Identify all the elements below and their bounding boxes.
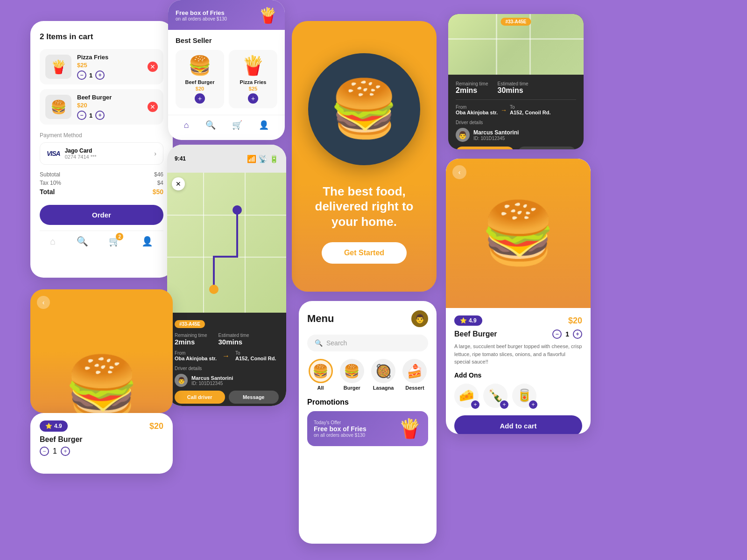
product-body: ⭐ 4.9 $20 Beef Burger − 1 + A large, suc…: [446, 308, 591, 434]
food-1-emoji: 🍔: [180, 55, 219, 77]
route-from-block: From Oba Akinjoba str.: [456, 105, 498, 115]
payment-chevron-icon: ›: [154, 150, 156, 157]
cart-item-1-image: 🍟: [45, 55, 71, 79]
nav-search-icon[interactable]: 🔍: [77, 236, 88, 247]
burger-decrement-btn[interactable]: −: [40, 447, 49, 456]
driver-id: ID: 101D12345: [473, 136, 519, 141]
promo-inner-title: Free box of Fries: [314, 425, 366, 433]
remaining-time-block: Remaining time 2mins: [456, 81, 488, 95]
bs-nav-cart-icon[interactable]: 🛒: [232, 120, 242, 130]
nav-home-icon[interactable]: ⌂: [50, 236, 56, 247]
food-2-add-btn[interactable]: +: [248, 93, 258, 104]
addon-1: 🧀 +: [454, 384, 479, 408]
addons-row: 🧀 + 🍾 + 🥫 +: [454, 384, 582, 408]
promo-title: Free box of Fries: [176, 9, 227, 16]
payment-label: Payment Method: [40, 132, 163, 139]
addon-1-add-btn[interactable]: +: [471, 400, 479, 409]
product-qty-value: 1: [565, 330, 569, 338]
burger-bottom-image: 🍔: [64, 357, 140, 413]
map-route-info: From Oba Akinjoba str. → To A152, Conoil…: [175, 350, 279, 361]
bs-nav-search-icon[interactable]: 🔍: [205, 120, 216, 130]
map-driver-label: Driver details: [175, 366, 279, 371]
product-image-header: ‹ 🍔: [446, 159, 591, 308]
remove-btn-2[interactable]: ✕: [148, 102, 158, 112]
burger-qty-value: 1: [53, 447, 57, 455]
addon-3-add-btn[interactable]: +: [529, 400, 537, 409]
driver-details: Marcus Santorini ID: 101D12345: [473, 129, 519, 141]
tracking-body: Remaining time 2mins Estimated time 30mi…: [448, 75, 584, 149]
food-item-2: 🍟 Pizza Fries $25 +: [229, 50, 277, 108]
driver-name: Marcus Santorini: [473, 129, 519, 136]
burger-back-button[interactable]: ‹: [37, 296, 50, 309]
to-label: To: [510, 105, 550, 110]
product-increment-btn[interactable]: +: [573, 329, 582, 339]
product-back-button[interactable]: ‹: [452, 165, 466, 179]
food-1-add-btn[interactable]: +: [195, 93, 205, 104]
decrement-btn-2[interactable]: −: [77, 111, 86, 120]
category-all[interactable]: 🍔 All: [307, 359, 334, 391]
product-detail-card: ‹ 🍔 ⭐ 4.9 $20 Beef Burger − 1 + A large,…: [446, 159, 591, 434]
payment-card[interactable]: VISA Jago Card 0274 7414 *** ›: [40, 142, 163, 165]
category-lasagna[interactable]: 🥘 Lasagna: [370, 359, 397, 391]
tracking-mini-card: #33-A45E Remaining time 2mins Estimated …: [448, 14, 584, 149]
decrement-btn-1[interactable]: −: [77, 70, 86, 80]
cart-item-1-info: Pizza Fries $25 − 1 +: [77, 54, 142, 80]
svg-point-0: [209, 285, 218, 294]
promotions-label: Promotions: [307, 398, 428, 406]
subtotal-value: $46: [154, 171, 163, 178]
map-msg-btn[interactable]: Message: [229, 391, 279, 404]
burger-price: $20: [149, 421, 163, 431]
category-dessert[interactable]: 🍰 Dessert: [402, 359, 428, 391]
search-icon: 🔍: [315, 339, 323, 347]
search-bar[interactable]: 🔍 Search: [307, 335, 428, 351]
cart-item-1-price: $25: [77, 62, 142, 69]
map-card: 9:41 📶 📡 🔋 ✕ #33-A45E Remaining time 2mi: [167, 145, 286, 406]
category-dessert-icon: 🍰: [402, 359, 427, 383]
payment-info: Jago Card 0274 7414 ***: [65, 147, 150, 160]
cart-badge: 2: [116, 233, 123, 240]
bs-nav-home-icon[interactable]: ⌂: [184, 120, 189, 130]
increment-btn-2[interactable]: +: [95, 111, 105, 120]
map-from-block: From Oba Akinjoba str.: [175, 350, 217, 361]
product-name: Beef Burger: [454, 330, 497, 338]
promo-sub: on all orders above $130: [176, 16, 227, 21]
hero-card: 🍔 The best food, delivered right to your…: [292, 21, 437, 292]
map-to-block: To A152, Conoil Rd.: [235, 350, 276, 361]
bestseller-label: Best Seller: [176, 36, 277, 44]
food-item-1: 🍔 Beef Burger $20 +: [176, 50, 224, 108]
addon-3: 🥫 +: [512, 384, 536, 408]
hero-burger-image: 🍔: [308, 53, 420, 165]
driver-info: 👨 Marcus Santorini ID: 101D12345: [456, 128, 576, 142]
map-driver-avatar: 👨: [175, 374, 188, 387]
category-burger[interactable]: 🍔 Burger: [338, 359, 365, 391]
hero-text: The best food, delivered right to your h…: [292, 184, 437, 230]
increment-btn-1[interactable]: +: [95, 70, 105, 80]
cart-item-1-name: Pizza Fries: [77, 54, 142, 61]
order-button[interactable]: Order: [40, 205, 163, 225]
map-from-label: From: [175, 350, 217, 356]
bs-nav-profile-icon[interactable]: 👤: [259, 120, 269, 130]
burger-increment-btn[interactable]: +: [61, 447, 70, 456]
call-driver-button[interactable]: Call driver: [456, 147, 514, 149]
user-avatar: 👨: [411, 310, 428, 327]
product-decrement-btn[interactable]: −: [552, 329, 562, 339]
category-burger-icon: 🍔: [340, 359, 364, 383]
map-call-btn[interactable]: Call driver: [175, 391, 225, 404]
add-to-cart-button[interactable]: Add to cart: [454, 415, 582, 434]
remove-btn-1[interactable]: ✕: [148, 62, 158, 72]
message-button[interactable]: Message: [518, 147, 576, 149]
category-all-icon: 🍔: [309, 359, 333, 383]
driver-section: Driver details 👨 Marcus Santorini ID: 10…: [456, 120, 576, 142]
get-started-button[interactable]: Get Started: [322, 242, 407, 264]
close-map-btn[interactable]: ✕: [172, 177, 185, 190]
promo-inner-text: Today's Offer Free box of Fries on all o…: [314, 420, 366, 438]
nav-cart-icon[interactable]: 🛒 2: [109, 236, 120, 247]
addon-2-add-btn[interactable]: +: [500, 400, 508, 409]
nav-profile-icon[interactable]: 👤: [141, 236, 153, 247]
menu-header: Menu 👨: [307, 310, 428, 327]
map-status-bar: 9:41 📶 📡 🔋: [175, 154, 279, 163]
map-estimated-label: Estimated time: [218, 333, 249, 338]
map-arrow-icon: →: [222, 352, 230, 360]
svg-point-1: [233, 205, 242, 215]
promo-banner: Free box of Fries on all orders above $1…: [168, 0, 285, 30]
